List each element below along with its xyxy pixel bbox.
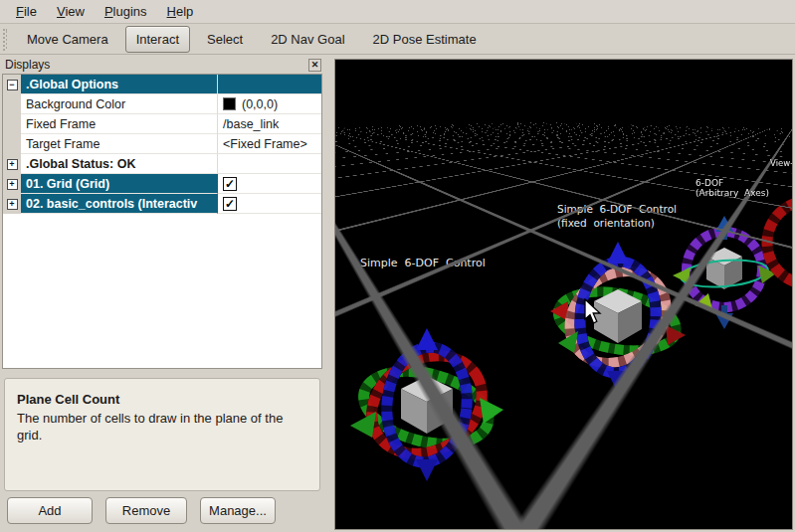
tool-select-button[interactable]: Select <box>196 26 254 53</box>
marker-cube[interactable] <box>401 376 453 434</box>
tree-gutter: + <box>3 174 21 194</box>
menu-help-mnemonic: H <box>167 4 176 19</box>
tree-row-global-options[interactable]: − .Global Options <box>3 75 321 94</box>
tool-move-camera-button[interactable]: Move Camera <box>16 26 119 53</box>
add-button[interactable]: Add <box>7 497 93 524</box>
menu-view-label: iew <box>65 4 85 19</box>
tool-interact-button[interactable]: Interact <box>125 26 190 53</box>
tree-value-global-status <box>218 154 321 174</box>
menu-view[interactable]: View <box>47 1 95 22</box>
tool-2d-pose-estimate-button[interactable]: 2D Pose Estimate <box>362 26 488 53</box>
arrow-cone-blue[interactable] <box>607 371 629 393</box>
menu-bar: File View Plugins Help <box>0 0 795 24</box>
menu-file-label: ile <box>24 4 37 19</box>
property-help-box: Plane Cell Count The number of cells to … <box>4 378 320 491</box>
marker-label-arbitrary-axes: 6-DOF(Arbitrary Axes) <box>696 178 769 199</box>
displays-panel: Displays ✕ − .Global Options Background … <box>0 56 328 532</box>
manage-button[interactable]: Manage... <box>200 497 276 524</box>
color-swatch[interactable] <box>223 97 236 110</box>
expand-icon[interactable]: + <box>7 199 18 210</box>
marker-cube[interactable] <box>706 248 742 289</box>
label-line: (Arbitrary Axes) <box>696 188 769 198</box>
tree-value-global-options <box>218 75 321 94</box>
tree-label-global-status: .Global Status: OK <box>21 154 218 174</box>
tool-2d-nav-goal-button[interactable]: 2D Nav Goal <box>260 26 355 53</box>
arrow-shaft-blue <box>721 232 727 240</box>
label-line: (fixed orientation) <box>557 217 655 229</box>
tree-row-background-color[interactable]: Background Color (0,0,0) <box>3 94 321 114</box>
expand-icon[interactable]: + <box>7 159 18 170</box>
mouse-cursor-icon <box>584 298 604 326</box>
help-body: The number of cells to draw in the plane… <box>17 410 307 443</box>
displays-panel-title: Displays <box>5 58 50 72</box>
expand-icon[interactable]: + <box>7 179 18 190</box>
render-viewport[interactable]: Simple 6-DOF Control Simple 6-DOF Contro… <box>334 59 793 530</box>
menu-plugins-mnemonic: P <box>104 4 113 19</box>
tree-gutter: + <box>3 154 21 174</box>
basic-controls-enabled-checkbox[interactable]: ✓ <box>223 197 237 211</box>
arrow-cone-blue[interactable] <box>416 328 438 350</box>
property-value-fixed-frame[interactable]: /base_link <box>218 114 321 134</box>
displays-panel-titlebar: Displays ✕ <box>0 56 328 74</box>
label-line: Simple 6-DOF Control <box>557 203 677 215</box>
tree-label-basic-controls-display: 02. basic_controls (Interactiv <box>21 194 218 214</box>
tree-value-grid-enabled: ✓ <box>218 174 321 194</box>
menu-file[interactable]: File <box>6 1 47 22</box>
tree-label-grid-display: 01. Grid (Grid) <box>21 174 218 194</box>
tree-gutter: + <box>3 194 21 214</box>
color-value-text: (0,0,0) <box>242 97 278 111</box>
toolbar-drag-handle[interactable] <box>3 29 7 51</box>
help-title: Plane Cell Count <box>17 391 307 408</box>
tree-label-global-options: .Global Options <box>21 75 218 94</box>
displays-panel-buttons: Add Remove Manage... <box>7 497 276 524</box>
tree-gutter <box>3 94 21 114</box>
tree-gutter <box>3 134 21 154</box>
property-value-target-frame[interactable]: <Fixed Frame> <box>218 134 321 154</box>
menu-file-mnemonic: F <box>16 4 24 19</box>
arrow-cone-blue[interactable] <box>416 459 438 481</box>
tree-value-basic-controls-enabled: ✓ <box>218 194 321 214</box>
tree-row-basic-controls-display[interactable]: + 02. basic_controls (Interactiv ✓ <box>3 194 321 214</box>
tree-gutter: − <box>3 75 21 94</box>
displays-tree: − .Global Options Background Color (0,0,… <box>2 74 322 369</box>
remove-button[interactable]: Remove <box>105 497 187 524</box>
arrow-cone-blue[interactable] <box>715 216 733 232</box>
collapse-icon[interactable]: − <box>7 80 18 90</box>
grid-enabled-checkbox[interactable]: ✓ <box>223 177 237 191</box>
menu-help-label: elp <box>176 4 193 19</box>
label-line: 6-DOF <box>696 178 723 188</box>
interactive-marker-clipped[interactable] <box>749 183 793 302</box>
arrow-cone-blue[interactable] <box>715 313 733 329</box>
arrow-cone-green[interactable] <box>350 412 376 438</box>
menu-help[interactable]: Help <box>157 1 204 22</box>
tree-row-target-frame[interactable]: Target Frame <Fixed Frame> <box>3 134 321 154</box>
property-name-target-frame: Target Frame <box>21 134 218 154</box>
menu-plugins[interactable]: Plugins <box>95 1 157 22</box>
tree-row-fixed-frame[interactable]: Fixed Frame /base_link <box>3 114 321 134</box>
menu-plugins-label: lugins <box>113 4 147 19</box>
tree-gutter <box>3 114 21 134</box>
marker-label-simple-6dof: Simple 6-DOF Control <box>360 257 486 270</box>
tree-row-grid-display[interactable]: + 01. Grid (Grid) ✓ <box>3 174 321 194</box>
arrow-shaft-blue <box>721 305 727 313</box>
property-name-fixed-frame: Fixed Frame <box>21 114 218 134</box>
property-value-background-color[interactable]: (0,0,0) <box>218 94 321 114</box>
close-icon[interactable]: ✕ <box>308 59 321 72</box>
arrow-cone-blue[interactable] <box>607 242 629 264</box>
marker-label-view-facing: View-Faci <box>770 158 793 169</box>
marker-label-fixed-orientation: Simple 6-DOF Control(fixed orientation) <box>557 203 677 230</box>
grid-ground-plane <box>334 106 793 182</box>
property-name-background-color: Background Color <box>21 94 218 114</box>
tree-row-global-status[interactable]: + .Global Status: OK <box>3 154 321 174</box>
toolbar: Move Camera Interact Select 2D Nav Goal … <box>0 25 795 55</box>
interactive-marker-simple-6dof[interactable] <box>342 320 511 489</box>
